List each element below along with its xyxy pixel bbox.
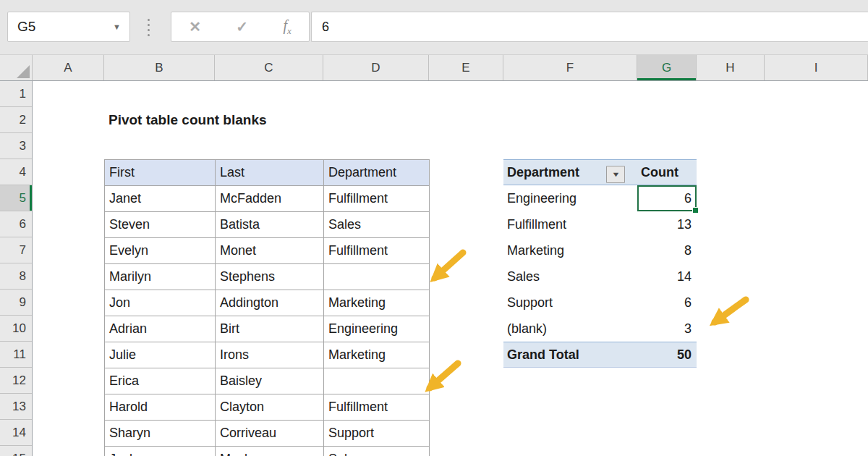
cell[interactable]: Engineering: [324, 316, 430, 342]
cell[interactable]: Sales: [324, 447, 430, 456]
row-header-10[interactable]: 10: [0, 316, 32, 342]
cell[interactable]: Birt: [216, 316, 324, 342]
table-row: Jon Addington Marketing: [105, 290, 430, 316]
row-header-2[interactable]: 2: [0, 107, 32, 133]
active-cell-selection: [637, 185, 697, 211]
cell[interactable]: Jon: [105, 290, 216, 316]
pivot-header-row: Department Count ▼: [503, 159, 697, 185]
pivot-cell[interactable]: 13: [637, 211, 697, 237]
cell[interactable]: Fulfillment: [324, 186, 430, 212]
cell[interactable]: Mackey: [216, 447, 324, 456]
insert-function-icon[interactable]: fx: [283, 17, 291, 37]
row-header-8[interactable]: 8: [0, 263, 32, 290]
source-header-department[interactable]: Department: [324, 160, 430, 186]
formula-bar-drag-handle[interactable]: [148, 19, 150, 36]
table-row: Adrian Birt Engineering: [105, 316, 430, 342]
col-header-i[interactable]: I: [765, 55, 868, 80]
row-header-15[interactable]: 15: [0, 446, 32, 456]
table-row: Steven Batista Sales: [105, 212, 430, 238]
arrow-icon-blank-d12: [430, 363, 458, 388]
pivot-cell[interactable]: Engineering: [503, 185, 637, 211]
pivot-grand-total-label[interactable]: Grand Total: [503, 342, 637, 368]
cell[interactable]: Adrian: [105, 316, 216, 342]
pivot-cell[interactable]: Fulfillment: [503, 211, 637, 237]
pivot-cell[interactable]: 8: [637, 237, 697, 263]
cell[interactable]: Sales: [324, 212, 430, 238]
cell[interactable]: Marketing: [324, 342, 430, 368]
cell[interactable]: McFadden: [216, 186, 324, 212]
cell[interactable]: Marketing: [324, 290, 430, 316]
chevron-down-icon: ▼: [611, 171, 620, 178]
cell[interactable]: Corriveau: [216, 421, 324, 447]
cell[interactable]: Monet: [216, 238, 324, 264]
pivot-cell-blank-label[interactable]: (blank): [503, 316, 637, 342]
cell[interactable]: Sharyn: [105, 421, 216, 447]
col-header-f[interactable]: F: [503, 55, 637, 80]
row-header-7[interactable]: 7: [0, 237, 32, 263]
col-header-g-selected[interactable]: G: [637, 55, 697, 80]
col-header-d[interactable]: D: [323, 55, 429, 80]
pivot-grand-total-row: Grand Total 50: [503, 342, 697, 368]
cell[interactable]: Stephens: [216, 264, 324, 290]
source-header-last[interactable]: Last: [216, 160, 324, 186]
row-header-12[interactable]: 12: [0, 368, 32, 394]
fill-handle[interactable]: [692, 207, 699, 214]
select-all-button[interactable]: [0, 55, 33, 80]
cell[interactable]: Clayton: [216, 394, 324, 421]
pivot-cell[interactable]: Support: [503, 290, 637, 316]
cell[interactable]: Janet: [105, 186, 216, 212]
cell[interactable]: Irons: [216, 342, 324, 368]
row-header-11[interactable]: 11: [0, 342, 32, 368]
pivot-cell[interactable]: Sales: [503, 263, 637, 290]
pivot-header-count[interactable]: Count: [637, 159, 697, 185]
row-header-3[interactable]: 3: [0, 133, 32, 159]
row-header-6[interactable]: 6: [0, 211, 32, 237]
cell[interactable]: Marilyn: [105, 264, 216, 290]
row-header-9[interactable]: 9: [0, 290, 32, 316]
formula-bar-strip: G5 ▼ ✕ ✓ fx 6: [0, 0, 868, 55]
cell[interactable]: Steven: [105, 212, 216, 238]
formula-bar-input[interactable]: 6: [311, 12, 868, 42]
cancel-icon[interactable]: ✕: [189, 18, 201, 35]
formula-bar-value: 6: [322, 20, 329, 35]
cell[interactable]: Julie: [105, 342, 216, 368]
col-header-c[interactable]: C: [215, 55, 323, 80]
cell[interactable]: Addington: [216, 290, 324, 316]
cell[interactable]: Fulfillment: [324, 238, 430, 264]
pivot-grand-total-count[interactable]: 50: [637, 342, 697, 368]
cell[interactable]: Batista: [216, 212, 324, 238]
cell[interactable]: Harold: [105, 394, 216, 421]
cell[interactable]: Erica: [105, 368, 216, 394]
name-box[interactable]: G5 ▼: [7, 12, 130, 42]
col-header-b[interactable]: B: [104, 55, 215, 80]
filter-dropdown-button[interactable]: ▼: [606, 166, 625, 183]
cell[interactable]: Baisley: [216, 368, 324, 394]
blank-cell-d8[interactable]: [324, 264, 430, 290]
row-header-1[interactable]: 1: [0, 81, 32, 107]
cell[interactable]: Support: [324, 421, 430, 447]
excel-window: G5 ▼ ✕ ✓ fx 6 A B C D E F G H I 1 2 3: [0, 0, 868, 456]
row-header-5-selected[interactable]: 5: [0, 185, 32, 211]
cell[interactable]: Evelyn: [105, 238, 216, 264]
cell[interactable]: Fulfillment: [324, 394, 430, 421]
col-header-a[interactable]: A: [33, 55, 104, 80]
table-row: Evelyn Monet Fulfillment: [105, 238, 430, 264]
row-header-13[interactable]: 13: [0, 394, 32, 420]
cell[interactable]: Jack: [105, 447, 216, 456]
source-header-first[interactable]: First: [105, 160, 216, 186]
table-row: Sharyn Corriveau Support: [105, 421, 430, 447]
sheet-title-cell[interactable]: Pivot table count blanks: [109, 107, 267, 133]
pivot-cell[interactable]: 14: [637, 263, 697, 290]
pivot-cell-blank-count[interactable]: 3: [637, 316, 697, 342]
col-header-e[interactable]: E: [429, 55, 503, 80]
col-header-h[interactable]: H: [697, 55, 765, 80]
pivot-cell[interactable]: Marketing: [503, 237, 637, 263]
chevron-down-icon[interactable]: ▼: [113, 22, 121, 31]
enter-icon[interactable]: ✓: [236, 18, 248, 35]
table-row: Marilyn Stephens: [105, 264, 430, 290]
row-header-4[interactable]: 4: [0, 159, 32, 185]
row-header-14[interactable]: 14: [0, 420, 32, 446]
blank-cell-d12[interactable]: [324, 368, 430, 394]
row-header-strip: 1 2 3 4 5 6 7 8 9 10 11 12 13 14 15: [0, 81, 33, 456]
pivot-cell[interactable]: 6: [637, 290, 697, 316]
